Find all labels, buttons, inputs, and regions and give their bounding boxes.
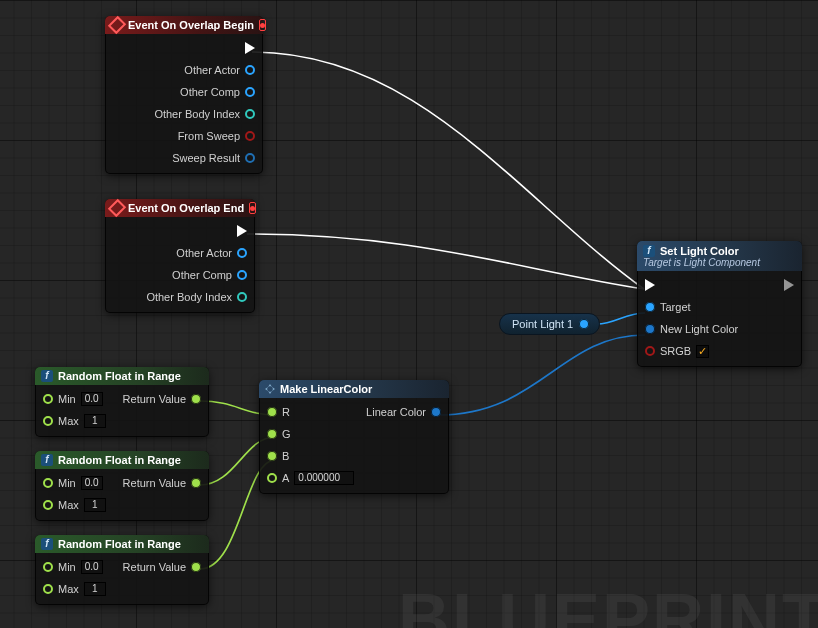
pin-linear-color-out[interactable]: Linear Color [366,404,441,420]
pin-target[interactable]: Target [645,299,738,315]
min-input[interactable]: 0.0 [81,560,103,574]
pin-variable-out[interactable] [579,319,589,329]
max-input[interactable]: 1 [84,582,106,596]
pin-return-value[interactable]: Return Value [123,559,201,575]
pin-return-value[interactable]: Return Value [123,475,201,491]
max-input[interactable]: 1 [84,498,106,512]
node-header[interactable]: Event On Overlap End [105,199,255,217]
node-title: Random Float in Range [58,538,181,550]
pin-min[interactable]: Min0.0 [43,559,106,575]
variable-point-light-1[interactable]: Point Light 1 [499,313,600,335]
node-title: Make LinearColor [280,383,372,395]
breakpoint-icon[interactable] [259,19,266,31]
min-input[interactable]: 0.0 [81,392,103,406]
exec-out-pin[interactable] [146,223,247,239]
variable-label: Point Light 1 [512,318,573,330]
node-header[interactable]: f Set Light Color Target is Light Compon… [637,241,802,271]
node-set-light-color[interactable]: f Set Light Color Target is Light Compon… [637,241,802,367]
node-header[interactable]: f Random Float in Range [35,451,209,469]
watermark-text: BLUEPRINT [398,578,818,628]
pin-b[interactable]: B [267,448,354,464]
pin-other-actor[interactable]: Other Actor [154,62,255,78]
pin-min[interactable]: Min0.0 [43,475,106,491]
event-icon [111,202,123,214]
pin-other-body-index[interactable]: Other Body Index [146,289,247,305]
node-title: Event On Overlap Begin [128,19,254,31]
breakpoint-icon[interactable] [249,202,256,214]
pin-from-sweep[interactable]: From Sweep [154,128,255,144]
node-title: Random Float in Range [58,370,181,382]
make-struct-icon [265,384,275,394]
pin-max[interactable]: Max1 [43,497,106,513]
function-icon: f [643,245,655,257]
node-subtitle: Target is Light Component [643,257,760,268]
pin-r[interactable]: R [267,404,354,420]
node-event-overlap-begin[interactable]: Event On Overlap Begin Other Actor Other… [105,16,263,174]
pin-other-actor[interactable]: Other Actor [146,245,247,261]
function-icon: f [41,454,53,466]
pin-srgb[interactable]: SRGB✓ [645,343,738,359]
node-random-float-1[interactable]: f Random Float in Range Min0.0 Max1 Retu… [35,367,209,437]
event-icon [111,19,123,31]
node-random-float-3[interactable]: f Random Float in Range Min0.0 Max1 Retu… [35,535,209,605]
pin-other-body-index[interactable]: Other Body Index [154,106,255,122]
function-icon: f [41,538,53,550]
pin-return-value[interactable]: Return Value [123,391,201,407]
pin-min[interactable]: Min0.0 [43,391,106,407]
exec-in-pin[interactable] [645,277,738,293]
node-header[interactable]: f Random Float in Range [35,535,209,553]
pin-sweep-result[interactable]: Sweep Result [154,150,255,166]
node-make-linearcolor[interactable]: Make LinearColor R G B A0.000000 Linear … [259,380,449,494]
min-input[interactable]: 0.0 [81,476,103,490]
node-title: Event On Overlap End [128,202,244,214]
pin-max[interactable]: Max1 [43,581,106,597]
exec-out-pin[interactable] [154,40,255,56]
exec-out-pin[interactable] [784,277,794,293]
pin-max[interactable]: Max1 [43,413,106,429]
node-random-float-2[interactable]: f Random Float in Range Min0.0 Max1 Retu… [35,451,209,521]
pin-other-comp[interactable]: Other Comp [146,267,247,283]
node-title: Set Light Color [660,245,739,257]
srgb-checkbox[interactable]: ✓ [696,345,709,358]
pin-g[interactable]: G [267,426,354,442]
node-header[interactable]: Make LinearColor [259,380,449,398]
node-title: Random Float in Range [58,454,181,466]
pin-other-comp[interactable]: Other Comp [154,84,255,100]
alpha-input[interactable]: 0.000000 [294,471,354,485]
pin-a[interactable]: A0.000000 [267,470,354,486]
node-event-overlap-end[interactable]: Event On Overlap End Other Actor Other C… [105,199,255,313]
max-input[interactable]: 1 [84,414,106,428]
pin-new-light-color[interactable]: New Light Color [645,321,738,337]
node-header[interactable]: f Random Float in Range [35,367,209,385]
function-icon: f [41,370,53,382]
node-header[interactable]: Event On Overlap Begin [105,16,263,34]
